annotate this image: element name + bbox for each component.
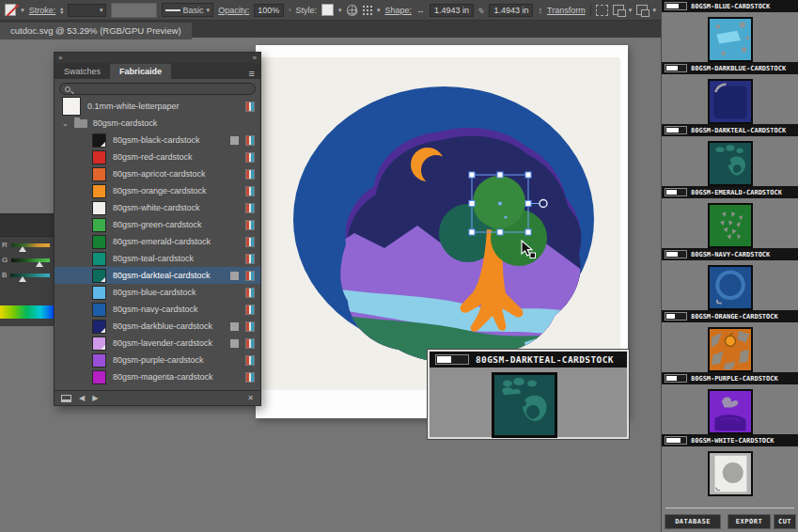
- transform-label[interactable]: Transform: [547, 6, 586, 15]
- list-item[interactable]: 80gsm-magenta-cardstock: [55, 368, 260, 385]
- material-card-darkteal[interactable]: 80GSM-DARKTEAL-CARDSTOCK: [662, 124, 798, 186]
- folder-expand-icon[interactable]: ⌄: [62, 119, 69, 128]
- arrange-chevron-icon[interactable]: ▾: [652, 7, 656, 14]
- width-field[interactable]: 1.4943 in: [430, 4, 474, 17]
- document-tab[interactable]: cutdoc.svg @ 53.29% (RGB/GPU Preview): [0, 23, 192, 39]
- next-icon[interactable]: ▶: [92, 394, 98, 402]
- material-usage-icon: [245, 355, 255, 366]
- list-item[interactable]: 80gsm-navy-cardstock: [55, 301, 260, 318]
- stroke-weight-stepper[interactable]: ▴▾: [60, 7, 63, 14]
- export-button[interactable]: EXPORT: [728, 514, 771, 529]
- panel-close-icon[interactable]: ×: [58, 54, 63, 62]
- list-item[interactable]: 80gsm-red-cardstock: [55, 149, 260, 165]
- delete-swatch-icon[interactable]: ✕: [247, 394, 254, 402]
- swatch-chip: [92, 370, 106, 384]
- sheet-preview-blue: [708, 17, 753, 62]
- align-options-icon[interactable]: [362, 5, 372, 16]
- panel-menu-icon[interactable]: ≡: [243, 68, 260, 79]
- variable-width-profile[interactable]: [111, 3, 156, 18]
- list-item[interactable]: 80gsm-white-cardstock: [55, 199, 260, 216]
- color-panel-header: [0, 214, 54, 237]
- tab-swatches[interactable]: Swatches: [55, 64, 110, 79]
- material-usage-icon: [245, 305, 255, 315]
- material-usage-icon: [245, 321, 255, 332]
- swatch-libraries-icon[interactable]: [61, 395, 71, 402]
- database-button[interactable]: DATABASE: [665, 514, 721, 529]
- material-usage-icon: [245, 254, 255, 264]
- material-card-orange[interactable]: 80GSM-ORANGE-CARDSTOCK: [662, 310, 798, 372]
- list-item[interactable]: 80gsm-green-cardstock: [55, 216, 260, 233]
- swatch-chip: [92, 150, 106, 164]
- material-card-navy[interactable]: 80GSM-NAVY-CARDSTOCK: [662, 248, 798, 310]
- list-item[interactable]: 80gsm-darkblue-cardstock: [55, 318, 260, 335]
- list-item[interactable]: 80gsm-apricot-cardstock: [55, 165, 260, 182]
- blue-channel-slider[interactable]: [10, 274, 50, 277]
- width-icon: ↔: [416, 6, 425, 15]
- search-input[interactable]: [59, 83, 256, 95]
- panel-collapse-icon[interactable]: »: [253, 54, 257, 62]
- opacity-expand-icon[interactable]: ›: [289, 7, 290, 13]
- swatch-chip: [92, 184, 106, 198]
- material-usage-icon: [245, 135, 255, 146]
- prev-icon[interactable]: ◀: [79, 394, 85, 402]
- green-channel-label: G: [2, 256, 8, 264]
- list-item[interactable]: 80gsm-emerald-cardstock: [55, 233, 260, 250]
- material-popup-label: 80GSM-DARKTEAL-CARDSTOCK: [476, 354, 614, 365]
- brush-name: Basic: [183, 6, 204, 15]
- fill-chevron-icon[interactable]: ▾: [21, 7, 24, 14]
- opacity-label[interactable]: Opacity:: [218, 6, 249, 15]
- panel-tabs: Swatches Fabricaide ≡: [55, 63, 260, 79]
- brush-definition-select[interactable]: Basic ▾: [162, 3, 214, 17]
- document-setup-globe-icon[interactable]: [347, 5, 357, 16]
- fill-color-well[interactable]: [5, 4, 16, 16]
- material-usage-icon: [245, 372, 255, 383]
- material-card-darkblue[interactable]: 80GSM-DARKBLUE-CARDSTOCK: [662, 62, 798, 124]
- sheet-preview-emerald: [708, 203, 753, 248]
- moon-cutout: [421, 155, 451, 185]
- list-item[interactable]: 80gsm-teal-cardstock: [55, 250, 260, 267]
- align-chevron-icon[interactable]: ▾: [377, 7, 381, 14]
- swatch-folder-row[interactable]: ⌄ 80gsm-cardstock: [55, 115, 260, 132]
- swatch-chip: [92, 353, 106, 368]
- stroke-weight-select[interactable]: ▾: [68, 4, 106, 17]
- material-sheet-preview: [492, 372, 557, 438]
- opacity-value-field[interactable]: 100%: [254, 4, 284, 17]
- list-item[interactable]: 80gsm-blue-cardstock: [55, 284, 260, 301]
- style-label: Style:: [295, 6, 317, 15]
- list-item[interactable]: 0.1mm-white-letterpaper: [55, 98, 260, 115]
- cut-button[interactable]: CUT: [774, 514, 796, 529]
- free-transform-icon[interactable]: [596, 5, 608, 16]
- swatch-chip: [92, 252, 106, 266]
- swatch-chip: [92, 133, 106, 148]
- material-card-blue[interactable]: 80GSM-BLUE-CARDSTOCK: [662, 0, 798, 62]
- material-card-white[interactable]: 80GSM-WHITE-CARDSTOCK: [662, 434, 798, 496]
- material-usage-icon: [245, 237, 255, 247]
- arrange-icon[interactable]: [636, 5, 648, 15]
- color-panel: R G B: [0, 213, 54, 326]
- list-item[interactable]: 80gsm-lavender-cardstock: [55, 335, 260, 352]
- color-spectrum-bar[interactable]: [0, 305, 54, 319]
- list-item-selected[interactable]: 80gsm-darkteal-cardstock: [55, 267, 260, 284]
- style-chevron-icon[interactable]: ▾: [338, 7, 342, 14]
- tab-fabricaide[interactable]: Fabricaide: [110, 64, 171, 79]
- isolate-mode-icon[interactable]: [613, 5, 624, 15]
- red-channel-slider[interactable]: [11, 243, 50, 247]
- list-item[interactable]: 80gsm-orange-cardstock: [55, 182, 260, 199]
- swatch-chip: [92, 286, 106, 300]
- height-field[interactable]: 1.4943 in: [489, 4, 533, 17]
- list-item[interactable]: 80gsm-purple-cardstock: [55, 352, 260, 368]
- list-item[interactable]: 80gsm-black-cardstock: [55, 132, 260, 149]
- material-card-emerald[interactable]: 80GSM-EMERALD-CARDSTOCK: [662, 186, 798, 248]
- shape-label[interactable]: Shape:: [384, 6, 412, 15]
- red-channel-label: R: [2, 241, 8, 249]
- isolate-chevron-icon[interactable]: ▾: [629, 7, 633, 14]
- sheet-preview-darkteal: [708, 141, 753, 186]
- constrain-proportions-icon[interactable]: ∞: [476, 5, 487, 16]
- stroke-label[interactable]: Stroke:: [29, 6, 56, 15]
- material-usage-icon: [245, 220, 255, 230]
- graphic-style-swatch[interactable]: [321, 4, 334, 16]
- illustrator-app: ▾ Stroke: ▴▾ ▾ Basic ▾ Opacity: 100% › S…: [0, 0, 798, 532]
- material-card-purple[interactable]: 80GSM-PURPLE-CARDSTOCK: [662, 372, 798, 434]
- sidebar-footer: DATABASE EXPORT CUT: [662, 508, 798, 532]
- green-channel-slider[interactable]: [11, 258, 50, 262]
